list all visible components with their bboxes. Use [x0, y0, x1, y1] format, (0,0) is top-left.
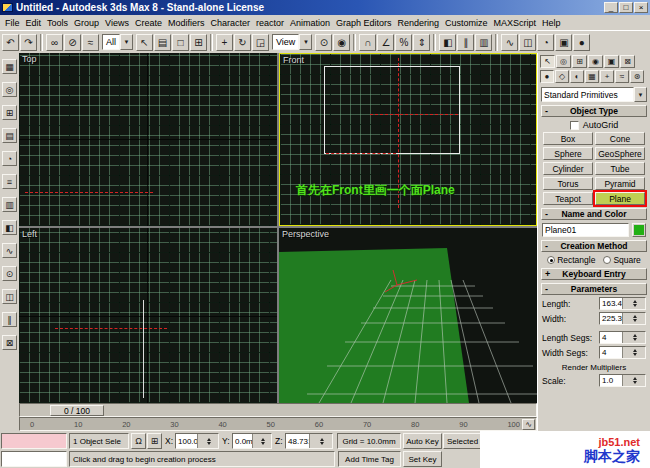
- utilities-tab-icon[interactable]: ⊠: [620, 55, 635, 68]
- bind-to-space-warp-icon[interactable]: ≈: [82, 34, 99, 51]
- selection-filter-dropdown[interactable]: All ▼: [102, 34, 133, 50]
- menu-item-file[interactable]: File: [2, 17, 23, 29]
- pyramid-button[interactable]: Pyramid: [595, 177, 645, 190]
- time-slider-track[interactable]: 0 / 100: [19, 403, 537, 417]
- close-button[interactable]: ×: [634, 2, 648, 13]
- spinner[interactable]: [622, 332, 645, 343]
- left-dock-icon[interactable]: ≡: [2, 174, 17, 189]
- collapse-icon[interactable]: -: [545, 209, 548, 219]
- rollout-object-type[interactable]: - Object Type: [541, 105, 647, 117]
- viewport-perspective-label[interactable]: Perspective: [282, 229, 329, 239]
- primitive-category-dropdown[interactable]: Standard Primitives ▼: [541, 87, 647, 102]
- menu-item-modifiers[interactable]: Modifiers: [165, 17, 208, 29]
- mirror-icon[interactable]: ◧: [439, 34, 456, 51]
- spinner[interactable]: [622, 347, 645, 358]
- object-color-swatch[interactable]: [632, 223, 646, 237]
- snap-toggle-icon[interactable]: ∩: [359, 34, 376, 51]
- menu-item-character[interactable]: Character: [207, 17, 253, 29]
- reference-coordinate-dropdown[interactable]: View ▼: [272, 34, 312, 50]
- maxscript-mini-listener-white[interactable]: [1, 451, 67, 467]
- left-dock-icon[interactable]: ▤: [2, 128, 17, 143]
- lights-category-icon[interactable]: ◐: [570, 70, 584, 83]
- menu-item-reactor[interactable]: reactor: [253, 17, 287, 29]
- spinner[interactable]: [197, 434, 219, 448]
- selection-region-icon[interactable]: □: [172, 34, 189, 51]
- width-segs-input[interactable]: 4: [599, 346, 646, 359]
- rollout-keyboard-entry[interactable]: + Keyboard Entry: [541, 268, 647, 280]
- display-tab-icon[interactable]: ▣: [604, 55, 619, 68]
- align-icon[interactable]: ∥: [457, 34, 474, 51]
- cone-button[interactable]: Cone: [595, 132, 645, 145]
- minimize-button[interactable]: _: [604, 2, 618, 13]
- set-key-button[interactable]: Set Key: [403, 451, 442, 467]
- menu-item-views[interactable]: Views: [102, 17, 132, 29]
- shapes-category-icon[interactable]: ◇: [555, 70, 569, 83]
- use-pivot-point-icon[interactable]: ⊙: [315, 34, 332, 51]
- menu-item-maxscript[interactable]: MAXScript: [491, 17, 540, 29]
- left-dock-icon[interactable]: ◔: [2, 151, 17, 166]
- plane-button-active[interactable]: Plane: [595, 192, 645, 205]
- left-dock-icon[interactable]: ▥: [2, 197, 17, 212]
- curve-editor-icon[interactable]: ∿: [501, 34, 518, 51]
- left-dock-icon[interactable]: ∥: [2, 312, 17, 327]
- z-coordinate-input[interactable]: 48.731mm: [285, 433, 333, 449]
- angle-snap-icon[interactable]: ∠: [377, 34, 394, 51]
- select-and-scale-icon[interactable]: ◲: [252, 34, 269, 51]
- collapse-icon[interactable]: -: [545, 241, 548, 251]
- left-dock-icon[interactable]: ∿: [2, 243, 17, 258]
- geosphere-button[interactable]: GeoSphere: [595, 147, 645, 160]
- viewport-left[interactable]: Left: [19, 228, 277, 403]
- space-warps-category-icon[interactable]: ≈: [615, 70, 629, 83]
- x-coordinate-input[interactable]: 100.0mm: [175, 433, 219, 449]
- left-dock-icon[interactable]: ▦: [2, 59, 17, 74]
- modify-tab-icon[interactable]: ◎: [556, 55, 571, 68]
- viewport-perspective[interactable]: Perspective: [279, 228, 537, 403]
- schematic-view-icon[interactable]: ◫: [519, 34, 536, 51]
- unlink-selection-icon[interactable]: ⊘: [64, 34, 81, 51]
- time-slider-handle[interactable]: 0 / 100: [50, 405, 104, 416]
- menu-item-create[interactable]: Create: [132, 17, 165, 29]
- sphere-button[interactable]: Sphere: [543, 147, 593, 160]
- open-mini-curve-editor-icon[interactable]: ∿: [522, 419, 535, 430]
- redo-icon[interactable]: ↷: [20, 34, 37, 51]
- select-and-rotate-icon[interactable]: ↻: [234, 34, 251, 51]
- spinner-snap-icon[interactable]: ⇕: [413, 34, 430, 51]
- rollout-creation-method[interactable]: - Creation Method: [541, 240, 647, 252]
- percent-snap-icon[interactable]: %: [395, 34, 412, 51]
- material-editor-icon[interactable]: ◔: [537, 34, 554, 51]
- viewport-front-label[interactable]: Front: [283, 55, 304, 65]
- helpers-category-icon[interactable]: +: [600, 70, 614, 83]
- geometry-category-icon[interactable]: ●: [540, 70, 554, 83]
- menu-item-tools[interactable]: Tools: [44, 17, 71, 29]
- chevron-down-icon[interactable]: ▼: [634, 87, 647, 102]
- menu-item-animation[interactable]: Animation: [287, 17, 333, 29]
- rollout-name-and-color[interactable]: - Name and Color: [541, 208, 647, 220]
- left-dock-icon[interactable]: ⊙: [2, 266, 17, 281]
- chevron-down-icon[interactable]: ▼: [299, 34, 312, 50]
- select-and-link-icon[interactable]: ∞: [46, 34, 63, 51]
- menu-item-group[interactable]: Group: [71, 17, 102, 29]
- cylinder-button[interactable]: Cylinder: [543, 162, 593, 175]
- left-dock-icon[interactable]: ◎: [2, 82, 17, 97]
- square-radio[interactable]: [603, 256, 611, 264]
- viewport-top[interactable]: Top: [19, 53, 277, 226]
- length-segs-input[interactable]: 4: [599, 331, 646, 344]
- spinner[interactable]: [309, 434, 333, 448]
- left-dock-icon[interactable]: ◫: [2, 289, 17, 304]
- select-and-manipulate-icon[interactable]: ◉: [333, 34, 350, 51]
- render-scene-icon[interactable]: ▣: [555, 34, 572, 51]
- viewport-front-active[interactable]: Front 首先在Front里画一个面Plane: [279, 53, 537, 226]
- viewport-left-label[interactable]: Left: [22, 229, 37, 239]
- tube-button[interactable]: Tube: [595, 162, 645, 175]
- spinner[interactable]: [622, 313, 645, 324]
- motion-tab-icon[interactable]: ◉: [588, 55, 603, 68]
- spinner[interactable]: [252, 434, 272, 448]
- menu-item-customize[interactable]: Customize: [442, 17, 491, 29]
- scale-input[interactable]: 1.0: [599, 374, 646, 387]
- menu-item-help[interactable]: Help: [539, 17, 564, 29]
- menu-item-graph-editors[interactable]: Graph Editors: [333, 17, 395, 29]
- cameras-category-icon[interactable]: ▦: [585, 70, 599, 83]
- teapot-button[interactable]: Teapot: [543, 192, 593, 205]
- expand-icon[interactable]: +: [545, 269, 550, 279]
- left-dock-icon[interactable]: ◧: [2, 220, 17, 235]
